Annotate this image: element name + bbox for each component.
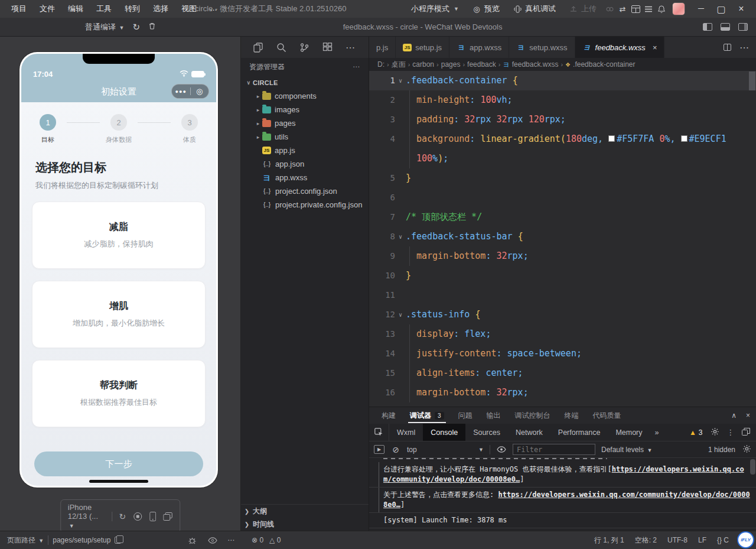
link-icon[interactable]	[605, 4, 614, 14]
code-line-15[interactable]: 15align-items: center;	[369, 363, 756, 383]
code-line-1[interactable]: 1∨.feedback-container {	[369, 71, 756, 90]
breadcrumb-item[interactable]: feedback	[467, 60, 496, 69]
code-line-7[interactable]: 7/* 顶部状态栏 */	[369, 207, 756, 227]
code-line-16[interactable]: 16margin-bottom: 32rpx;	[369, 383, 756, 402]
maximize-button[interactable]: ▢	[711, 4, 731, 15]
device-selector[interactable]: iPhone 12/13 (... ▼	[68, 503, 105, 529]
code-line-14[interactable]: 14justify-content: space-between;	[369, 344, 756, 363]
devtools-tab-Sources[interactable]: Sources	[465, 424, 508, 441]
preview-button[interactable]: ◎ 预览	[467, 2, 504, 16]
timeline-section[interactable]: ❯ 时间线	[241, 518, 369, 531]
refresh-simulator-icon[interactable]: ↻	[119, 512, 126, 521]
debugger-tab-问题[interactable]: 问题	[452, 407, 479, 424]
devtools-tab-Console[interactable]: Console	[423, 424, 465, 441]
log-levels-dropdown[interactable]: Default levels ▼	[601, 446, 652, 454]
upload-button[interactable]: 上传	[564, 2, 601, 16]
code-editor[interactable]: 1∨.feedback-container {2min-height: 100v…	[369, 71, 756, 407]
code-line-13[interactable]: 13display: flex;	[369, 324, 756, 344]
setup-step-1[interactable]: 1目标	[29, 114, 67, 144]
indentation[interactable]: 空格: 2	[635, 535, 657, 545]
source-control-icon[interactable]	[299, 43, 309, 53]
menu-选择[interactable]: 选择	[148, 2, 174, 15]
avatar[interactable]	[672, 2, 685, 15]
breadcrumb-symbol[interactable]: .feedback-container	[573, 60, 635, 69]
debugger-tab-调试控制台[interactable]: 调试控制台	[509, 407, 557, 424]
console-filter-input[interactable]	[513, 444, 595, 455]
code-line-12[interactable]: 12∨.status-info {	[369, 305, 756, 324]
menu-文件[interactable]: 文件	[34, 2, 60, 15]
recompile-icon[interactable]: ↻	[132, 22, 140, 33]
collapse-panel-icon[interactable]: ∧	[731, 411, 737, 420]
debugger-tab-调试器[interactable]: 调试器3	[403, 407, 451, 424]
warning-count[interactable]: ▲3	[689, 428, 703, 437]
console-message[interactable]: 关于上述警告，点击查看更多信息: https://developers.weix…	[369, 488, 756, 513]
copy-icon[interactable]	[115, 537, 121, 544]
split-editor-icon[interactable]	[724, 44, 731, 51]
devtools-tab-Wxml[interactable]: Wxml	[389, 424, 423, 441]
devtools-settings-icon[interactable]	[711, 427, 719, 438]
tree-item-utils[interactable]: ▸utils	[241, 130, 369, 144]
tree-item-app.wxss[interactable]: ヨapp.wxss	[241, 171, 369, 184]
menu-工具[interactable]: 工具	[91, 2, 117, 15]
capsule-close-icon[interactable]: ◎	[191, 87, 209, 96]
console-output[interactable]: 台进行兼容处理，让小程序在 HarmonyOS 也获得最佳体验，查看指引[htt…	[369, 458, 756, 531]
editor-tab-setup.wxss[interactable]: ヨsetup.wxss	[509, 37, 575, 58]
editor-scrollbar[interactable]	[748, 71, 756, 407]
code-line-6[interactable]: 6	[369, 188, 756, 207]
more-dots-icon[interactable]: ●●●	[172, 89, 190, 95]
cursor-position[interactable]: 行 1, 列 1	[594, 535, 624, 545]
goal-card[interactable]: 减脂减少脂肪，保持肌肉	[32, 202, 206, 269]
breadcrumb-item[interactable]: 桌面	[392, 60, 406, 70]
tree-item-images[interactable]: ▸images	[241, 103, 369, 116]
eye-icon[interactable]	[208, 537, 217, 544]
breadcrumb-item[interactable]: D:	[377, 60, 384, 69]
toggle-left-panel-icon[interactable]	[703, 23, 712, 31]
hamburger-menu-icon[interactable]	[644, 4, 653, 14]
phone-screen[interactable]: 17:04 初始设置 ●●● ◎ 1目标	[21, 54, 216, 486]
editor-tab-setup.js[interactable]: JSsetup.js	[396, 37, 449, 58]
code-line-11[interactable]: 11	[369, 285, 756, 305]
error-count[interactable]: ⊗ 0	[252, 536, 263, 544]
goal-card[interactable]: 帮我判断根据数据推荐最佳目标	[32, 360, 206, 427]
menu-转到[interactable]: 转到	[119, 2, 145, 15]
language-mode[interactable]: {} C	[717, 536, 729, 544]
breadcrumb[interactable]: D:›桌面›carbon›pages›feedback›ヨfeedback.wx…	[369, 58, 756, 71]
warning-count[interactable]: △ 0	[269, 536, 281, 544]
clear-console-icon[interactable]: ⊘	[390, 445, 401, 454]
code-line-wrap[interactable]: 100%);	[369, 149, 756, 168]
close-panel-icon[interactable]: ×	[746, 411, 750, 420]
devtools-tab-Network[interactable]: Network	[508, 424, 550, 441]
context-dropdown[interactable]: top ▼	[407, 446, 484, 454]
editor-tab-p.js[interactable]: p.js	[369, 37, 396, 58]
menu-编辑[interactable]: 编辑	[63, 2, 89, 15]
code-line-10[interactable]: 10}	[369, 266, 756, 285]
clear-cache-icon[interactable]	[148, 22, 156, 32]
code-line-9[interactable]: 9margin-bottom: 32rpx;	[369, 246, 756, 266]
setup-step-2[interactable]: 2身体数据	[100, 114, 138, 144]
inspect-element-icon[interactable]	[369, 424, 389, 441]
devtools-tab-Memory[interactable]: Memory	[608, 424, 650, 441]
debugger-tab-构建[interactable]: 构建	[375, 407, 402, 424]
more-tabs-icon[interactable]: »	[650, 424, 664, 441]
explorer-more-icon[interactable]: ⋯	[353, 63, 360, 71]
miniapp-capsule[interactable]: ●●● ◎	[171, 84, 209, 99]
multi-window-icon[interactable]	[163, 512, 172, 521]
tree-item-components[interactable]: ▸components	[241, 89, 369, 103]
close-button[interactable]: ×	[731, 4, 751, 15]
panel-layout-icon[interactable]	[631, 4, 640, 14]
mode-dropdown[interactable]: 小程序模式▼	[406, 2, 464, 16]
dock-icon[interactable]	[742, 428, 750, 437]
menu-项目[interactable]: 项目	[6, 2, 32, 15]
extensions-icon[interactable]	[322, 43, 333, 53]
console-sidebar-icon[interactable]: ▶	[374, 445, 384, 454]
setup-step-3[interactable]: 3体质	[171, 114, 208, 144]
eol-type[interactable]: LF	[698, 536, 706, 544]
debug-icon[interactable]	[188, 536, 197, 545]
code-line-3[interactable]: 3padding: 32rpx 32rpx 120rpx;	[369, 110, 756, 129]
goal-card[interactable]: 增肌增加肌肉，最小化脂肪增长	[32, 281, 206, 348]
console-settings-icon[interactable]	[742, 444, 751, 455]
tree-item-app.js[interactable]: JSapp.js	[241, 144, 369, 157]
editor-more-icon[interactable]: ⋯	[739, 42, 749, 53]
debugger-tab-终端[interactable]: 终端	[558, 407, 585, 424]
compile-mode-dropdown[interactable]: 普通编译 ▼	[85, 22, 125, 33]
